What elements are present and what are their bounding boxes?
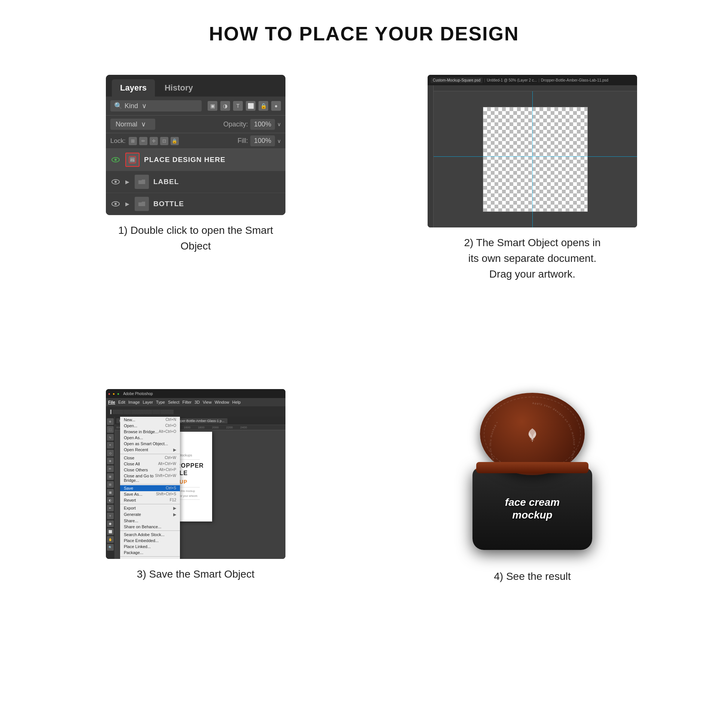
menu-file[interactable]: File [108, 400, 115, 404]
menu-window[interactable]: Window [215, 400, 229, 404]
jar-lid-rose-icon [523, 425, 542, 443]
menu-item-generate[interactable]: Generate ▶ [120, 511, 180, 518]
layer-row-place-design[interactable]: PS PLACE DESIGN HERE [106, 149, 286, 171]
menu-item-close-all[interactable]: Close All Alt+Ctrl+W [120, 461, 180, 467]
menu-item-place-embedded[interactable]: Place Embedded... [120, 538, 180, 544]
menu-item-open-smart-label: Open as Smart Object... [124, 442, 168, 446]
menu-item-share[interactable]: Share... [120, 518, 180, 524]
file-dropdown-menu: New... Ctrl+N Open... Ctrl+O Browse in B… [120, 417, 180, 559]
tool-path[interactable]: ⬟ [107, 520, 114, 527]
tool-hand[interactable]: ✋ [107, 536, 114, 543]
menu-item-close[interactable]: Close Ctrl+W [120, 455, 180, 461]
menu-item-revert[interactable]: Revert F12 [120, 497, 180, 503]
menu-item-save[interactable]: Save Ctrl+S [120, 485, 180, 491]
ps-tab-1[interactable]: Custom-Mockup-Square.psd [431, 78, 483, 83]
tool-eyedrop[interactable]: ◇ [107, 450, 114, 456]
menu-item-open[interactable]: Open... Ctrl+O [120, 423, 180, 429]
tool-clone[interactable]: ⊞ [107, 473, 114, 480]
menu-item-place-linked[interactable]: Place Linked... [120, 544, 180, 549]
menu-image[interactable]: Image [128, 400, 140, 404]
layers-tabs-row: Layers History [106, 75, 286, 96]
tool-pen[interactable]: ✒ [107, 505, 114, 511]
menu-view[interactable]: View [203, 400, 212, 404]
layer-row-label[interactable]: ▶ LABEL [106, 171, 286, 193]
menu-item-automate[interactable]: Automate ▶ [120, 557, 180, 559]
step2-cell: Custom-Mockup-Square.psd | Untitled-1 @ … [364, 60, 701, 374]
filter-icon-smart[interactable]: 🔒 [258, 101, 268, 111]
tool-select[interactable]: ⬚ [107, 426, 114, 433]
lock-padlock-icon[interactable]: 🔒 [171, 137, 179, 145]
ps-guide-vertical [532, 91, 533, 228]
menu-item-share-behance-label: Share on Behance... [124, 525, 161, 529]
tool-zoom[interactable]: 🔍 [107, 544, 114, 551]
menu-item-close-shortcut: Ctrl+W [165, 456, 176, 460]
tool-eraser[interactable]: ⊟ [107, 481, 114, 488]
menu-item-open-smart[interactable]: Open as Smart Object... [120, 441, 180, 447]
fill-input[interactable]: 100% [250, 135, 275, 146]
search-box[interactable]: 🔍 Kind ∨ [110, 100, 202, 112]
visibility-icon-1[interactable] [110, 156, 121, 164]
menu-item-close-others[interactable]: Close Others Alt+Ctrl+P [120, 467, 180, 473]
filter-icon-image[interactable]: ▣ [208, 101, 217, 111]
menu-item-search-stock[interactable]: Search Adobe Stock... [120, 532, 180, 538]
menu-filter[interactable]: Filter [182, 400, 191, 404]
menu-edit[interactable]: Edit [118, 400, 125, 404]
tool-lasso[interactable]: ∿ [107, 434, 114, 441]
visibility-icon-2[interactable] [110, 178, 121, 185]
filter-icon-dot[interactable]: ● [271, 101, 281, 111]
tool-text[interactable]: T [107, 512, 114, 519]
tool-heal[interactable]: ⊕ [107, 457, 114, 464]
ps-menubar[interactable]: File Edit Image Layer Type Select Filter… [106, 398, 286, 406]
blend-mode-label: Normal [116, 121, 137, 128]
visibility-icon-3[interactable] [110, 200, 121, 208]
tool-move[interactable]: ✛ [107, 418, 114, 425]
blend-mode-dropdown[interactable]: Normal ∨ [110, 119, 155, 130]
menu-help[interactable]: Help [232, 400, 241, 404]
tool-brush[interactable]: ✏ [107, 465, 114, 472]
menu-item-open-shortcut: Ctrl+O [165, 424, 176, 428]
menu-layer[interactable]: Layer [143, 400, 153, 404]
filter-icon-shape[interactable]: ⬜ [246, 101, 255, 111]
menu-type[interactable]: Type [156, 400, 165, 404]
ps-canvas-window: Custom-Mockup-Square.psd | Untitled-1 @ … [428, 75, 637, 228]
menu-item-browse-shortcut: Alt+Ctrl+O [159, 430, 176, 434]
lock-checkerboard-icon[interactable]: ⊞ [129, 137, 137, 145]
menu-item-export[interactable]: Export ▶ [120, 505, 180, 511]
fill-group: Fill: 100% ∨ [237, 135, 281, 146]
ps-tab-2[interactable]: Untitled-1 @ 50% (Layer 2 c... [487, 78, 537, 82]
menu-item-close-go[interactable]: Close and Go to Bridge... Shift+Ctrl+W [120, 473, 180, 483]
svg-point-8 [115, 203, 117, 205]
layer-expand-icon-bottle[interactable]: ▶ [125, 201, 130, 207]
menu-3d[interactable]: 3D [194, 400, 200, 404]
tool-gradient[interactable]: ▦ [107, 489, 114, 496]
tool-crop[interactable]: ⌖ [107, 442, 114, 448]
opacity-input[interactable]: 100% [250, 119, 275, 130]
tool-shape[interactable]: ⬜ [107, 528, 114, 535]
menu-sep-5 [120, 556, 180, 557]
filter-icon-text[interactable]: T [233, 101, 243, 111]
menu-item-new[interactable]: New... Ctrl+N [120, 417, 180, 423]
menu-item-package[interactable]: Package... [120, 549, 180, 555]
menu-item-share-behance[interactable]: Share on Behance... [120, 524, 180, 530]
ps-topbar2: ● ● ● Adobe Photoshop [106, 389, 286, 398]
tab-layers[interactable]: Layers [112, 79, 155, 96]
fill-arrow-icon: ∨ [277, 138, 281, 144]
menu-item-open-as[interactable]: Open As... [120, 435, 180, 441]
menu-item-browse[interactable]: Browse in Bridge... Alt+Ctrl+O [120, 429, 180, 435]
ps-file-menu-window: ● ● ● Adobe Photoshop File Edit Image La… [106, 389, 286, 559]
layer-row-bottle[interactable]: ▶ BOTTLE [106, 193, 286, 215]
lock-brush-icon[interactable]: ✏ [139, 137, 147, 145]
menu-select[interactable]: Select [168, 400, 180, 404]
lock-move-icon[interactable]: ✛ [150, 137, 158, 145]
tool-dodge[interactable]: ◐ [107, 497, 114, 503]
layer-expand-icon-label[interactable]: ▶ [125, 179, 130, 185]
lock-label: Lock: [110, 137, 126, 145]
layers-search-row: 🔍 Kind ∨ ▣ ◑ T ⬜ 🔒 ● [106, 96, 286, 116]
menu-item-recent[interactable]: Open Recent ▶ [120, 447, 180, 453]
lock-artboard-icon[interactable]: ⊡ [160, 137, 168, 145]
layer-thumb-place-design: PS [125, 153, 139, 167]
menu-item-save-as[interactable]: Save As... Shift+Ctrl+S [120, 491, 180, 497]
filter-icon-adjust[interactable]: ◑ [220, 101, 230, 111]
ps-tab-3[interactable]: Dropper-Bottle-Amber-Glass-Lab-11.psd [541, 78, 608, 82]
tab-history[interactable]: History [156, 79, 201, 96]
